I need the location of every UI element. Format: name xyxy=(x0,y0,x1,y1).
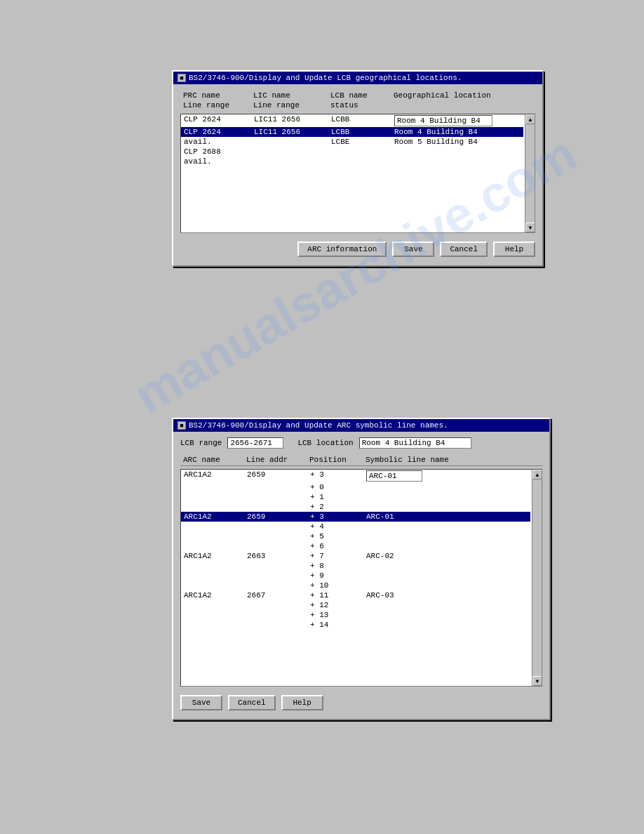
dialog1-titlebar: ■ BS2/3746-900/Display and Update LCB ge… xyxy=(173,72,542,84)
dialog2-buttons: Save Cancel Help xyxy=(180,692,542,713)
col-lic-name: LIC name xyxy=(253,91,330,100)
table-row: + 8 xyxy=(181,561,530,571)
lcb-range-input[interactable] xyxy=(227,437,283,449)
cell-pos: + 7 xyxy=(310,552,366,560)
cell-arc xyxy=(184,601,247,609)
cell-arc: ARC1A2 xyxy=(184,591,247,600)
table-row: + 10 xyxy=(181,581,530,590)
cell-addr: 2667 xyxy=(247,591,310,600)
cell-pos: + 12 xyxy=(310,601,366,609)
cell-prc-5: avail. xyxy=(184,157,254,166)
dialog2-content: LCB range LCB location ARC name Line add… xyxy=(173,432,549,719)
cell-pos: + 9 xyxy=(310,571,366,580)
sym-input-1[interactable] xyxy=(366,470,422,482)
table-row: + 9 xyxy=(181,571,530,581)
cell-sym xyxy=(366,621,528,629)
cell-sym xyxy=(366,601,528,609)
cell-prc-3: avail. xyxy=(184,138,254,146)
table-row: + 13 xyxy=(181,610,530,620)
cell-lic-4 xyxy=(254,147,331,156)
arc-info-button[interactable]: ARC information xyxy=(297,241,387,257)
table-row: + 0 xyxy=(181,482,530,492)
cell-sym xyxy=(366,581,528,590)
scroll-down-btn[interactable]: ▼ xyxy=(525,223,535,232)
cell-pos-sel: + 3 xyxy=(310,512,366,521)
lcb-location-input[interactable] xyxy=(359,437,471,449)
cell-addr xyxy=(247,621,310,629)
cancel-button[interactable]: Cancel xyxy=(440,241,488,257)
table-row: + 12 xyxy=(181,600,530,610)
cell-arc xyxy=(184,522,247,531)
cell-sym xyxy=(366,562,528,570)
table-row-selected[interactable]: CLP 2624 LIC11 2656 LCBB Room 4 Building… xyxy=(181,127,523,137)
cell-addr: 2663 xyxy=(247,552,310,560)
table-row: avail. LCBE Room 5 Building B4 xyxy=(181,137,523,147)
cell-sym xyxy=(366,532,528,541)
cell-addr-sel: 2659 xyxy=(247,512,310,521)
dialog1-col-headers: PRC name LIC name LCB name Geographical … xyxy=(180,90,535,101)
scroll-up-btn[interactable]: ▲ xyxy=(525,114,535,124)
cell-arc xyxy=(184,562,247,570)
table2-scrollbar[interactable]: ▲ ▼ xyxy=(532,470,542,686)
table-scrollbar[interactable]: ▲ ▼ xyxy=(525,114,535,232)
cell-sym xyxy=(366,483,528,491)
table-row: + 5 xyxy=(181,531,530,541)
scroll2-up-btn[interactable]: ▲ xyxy=(532,470,542,479)
cell-lic-3 xyxy=(254,138,331,146)
geo-input-1[interactable] xyxy=(394,115,492,126)
cell-addr xyxy=(247,611,310,619)
cell-arc xyxy=(184,532,247,541)
cell-lic-5 xyxy=(254,157,331,166)
cell-pos: + 8 xyxy=(310,562,366,570)
lcb-range-label: LCB range xyxy=(180,439,222,447)
dialog-lcb-geo: ■ BS2/3746-900/Display and Update LCB ge… xyxy=(172,70,544,267)
dialog1-subheaders: Line range Line range status xyxy=(180,101,535,110)
cell-arc xyxy=(184,483,247,491)
col-prc-name: PRC name xyxy=(183,91,253,100)
dialog2-form-row: LCB range LCB location xyxy=(180,437,542,449)
save-button[interactable]: Save xyxy=(392,241,434,257)
cell-pos: + 10 xyxy=(310,581,366,590)
cell-sym xyxy=(366,542,528,550)
cell-arc-sel: ARC1A2 xyxy=(184,512,247,521)
cell-arc: ARC1A2 xyxy=(184,552,247,560)
cell-sym: ARC-02 xyxy=(366,552,528,560)
cell-sym xyxy=(366,493,528,501)
cell-geo xyxy=(394,115,521,126)
cancel2-button[interactable]: Cancel xyxy=(228,695,276,710)
dialog2-icon: ■ xyxy=(177,421,186,430)
cell-pos: + 5 xyxy=(310,532,366,541)
cell-addr xyxy=(247,483,310,491)
cell-prc-4: CLP 2688 xyxy=(184,147,254,156)
cell-sym-sel: ARC-01 xyxy=(366,512,528,521)
cell-lcb-5 xyxy=(331,157,394,166)
scroll2-down-btn[interactable]: ▼ xyxy=(532,676,542,686)
dialog2-title: BS2/3746-900/Display and Update ARC symb… xyxy=(189,421,448,430)
cell-sym xyxy=(366,470,528,482)
table-row-selected[interactable]: ARC1A2 2659 + 3 ARC-01 xyxy=(181,512,530,522)
scroll2-track xyxy=(532,479,542,676)
col2-arc-name: ARC name xyxy=(183,456,246,464)
col2-position: Position xyxy=(309,456,365,464)
cell-arc xyxy=(184,542,247,550)
help2-button[interactable]: Help xyxy=(281,695,323,710)
help-button[interactable]: Help xyxy=(493,241,535,257)
cell-addr xyxy=(247,581,310,590)
cell-geo-5 xyxy=(394,157,521,166)
cell-sym xyxy=(366,522,528,531)
table-row: CLP 2688 xyxy=(181,147,523,157)
lcb-location-label: LCB location xyxy=(297,439,353,447)
cell-pos: + 11 xyxy=(310,591,366,600)
cell-arc xyxy=(184,571,247,580)
col-geo-location: Geographical location xyxy=(394,91,532,100)
table-row: avail. xyxy=(181,157,523,166)
subcol-status: status xyxy=(330,101,394,110)
col2-line-addr: Line addr xyxy=(246,456,309,464)
cell-arc xyxy=(184,611,247,619)
cell-lic-sel: LIC11 2656 xyxy=(254,128,331,136)
cell-pos: + 0 xyxy=(310,483,366,491)
save2-button[interactable]: Save xyxy=(180,695,222,710)
cell-sym xyxy=(366,571,528,580)
dialog1-table: CLP 2624 LIC11 2656 LCBB CLP 2624 LIC11 … xyxy=(180,114,535,233)
table-row: CLP 2624 LIC11 2656 LCBB xyxy=(181,114,523,127)
